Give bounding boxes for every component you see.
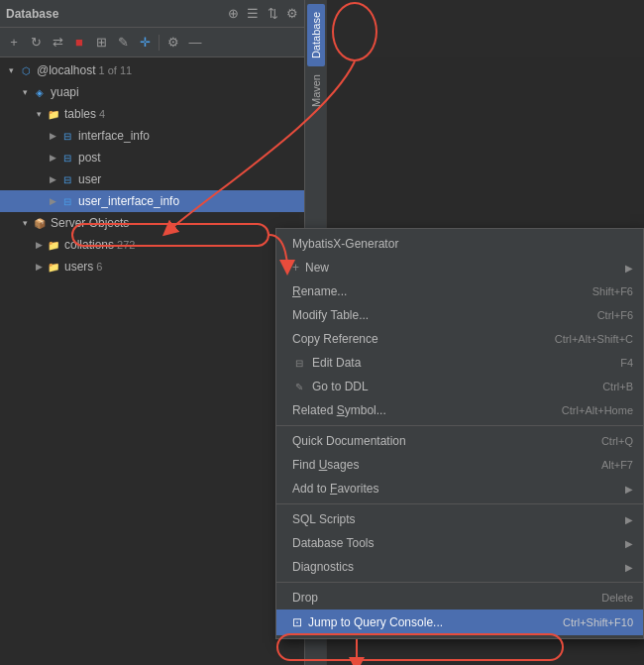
menu-item-diagnostics[interactable]: Diagnostics ▶	[276, 555, 643, 579]
user-label: user	[78, 172, 101, 186]
menu-label-favs: Add to Favorites	[292, 482, 378, 496]
menu-item-sql-scripts[interactable]: SQL Scripts ▶	[276, 507, 643, 531]
menu-label-diag: Diagnostics	[292, 560, 354, 574]
layout-toolbar-icon[interactable]: ⊞	[91, 33, 111, 53]
menu-label-rename: Rename...	[292, 284, 347, 298]
tree-item-user[interactable]: ▶ ⊟ user	[0, 168, 326, 190]
collations-label: collations	[64, 238, 114, 252]
arrow-collations: ▶	[32, 238, 46, 252]
localhost-label: @localhost	[37, 63, 96, 77]
table-icon-user: ⊟	[59, 171, 75, 187]
arrow-interface-info: ▶	[46, 129, 59, 143]
context-menu: MybatisX-Generator + New ▶ Rename... Shi…	[275, 228, 644, 639]
menu-label-modify: Modify Table...	[292, 308, 369, 322]
menu-sep-1	[276, 425, 643, 426]
oval-database-tab	[332, 2, 377, 61]
tab-database[interactable]: Database	[307, 4, 325, 66]
edit-data-shortcut: F4	[620, 357, 633, 369]
table-icon-interface: ⊟	[59, 128, 75, 144]
menu-label-mybatisx: MybatisX-Generator	[292, 237, 398, 251]
jump-toolbar-icon[interactable]: ✛	[135, 33, 155, 53]
menu-item-new[interactable]: + New ▶	[276, 256, 643, 279]
users-db-label: users	[64, 260, 93, 274]
settings-header-icon[interactable]: ⚙	[284, 6, 300, 22]
tree-item-user-interface-info[interactable]: ▶ ⊟ user_interface_info	[0, 190, 326, 212]
related-shortcut: Ctrl+Alt+Home	[562, 404, 633, 416]
tree-item-post[interactable]: ▶ ⊟ post	[0, 147, 326, 168]
menu-label-new: New	[305, 261, 329, 275]
menu-item-mybatisx-left: MybatisX-Generator	[292, 237, 398, 251]
menu-item-modify-table[interactable]: Modify Table... Ctrl+F6	[276, 303, 643, 327]
globe-icon[interactable]: ⊕	[225, 6, 241, 22]
modify-shortcut: Ctrl+F6	[597, 309, 633, 321]
diag-arrow-icon: ▶	[625, 562, 633, 573]
menu-item-edit-left: ⊟ Edit Data	[292, 356, 361, 370]
menu-item-dbtools-left: Database Tools	[292, 536, 375, 550]
menu-item-jump-console[interactable]: ⊡ Jump to Query Console... Ctrl+Shift+F1…	[276, 610, 643, 635]
menu-label-copy-reference: Copy Reference	[292, 332, 378, 346]
tree-item-tables[interactable]: ▾ 📁 tables 4	[0, 103, 326, 125]
menu-item-copy-reference[interactable]: Copy Reference Ctrl+Alt+Shift+C	[276, 327, 643, 351]
menu-item-go-to-ddl[interactable]: ✎ Go to DDL Ctrl+B	[276, 375, 643, 398]
drop-shortcut: Delete	[601, 592, 633, 604]
tree-item-yuapi[interactable]: ▾ ◈ yuapi	[0, 81, 326, 103]
quickdoc-shortcut: Ctrl+Q	[601, 435, 633, 447]
collations-count: 272	[117, 239, 135, 251]
menu-label-console: Jump to Query Console...	[308, 615, 443, 629]
sql-arrow-icon: ▶	[625, 514, 633, 525]
tree-item-interface-info[interactable]: ▶ ⊟ interface_info	[0, 125, 326, 147]
table-icon-post: ⊟	[59, 150, 75, 166]
copy-reference-shortcut: Ctrl+Alt+Shift+C	[555, 333, 633, 345]
menu-item-related-left: Related Symbol...	[292, 403, 386, 417]
panel-title: Database	[6, 7, 58, 21]
sync-toolbar-icon[interactable]: ⇄	[48, 33, 67, 53]
interface-info-label: interface_info	[78, 129, 150, 143]
menu-item-add-favorites[interactable]: Add to Favorites ▶	[276, 477, 643, 500]
menu-label-quickdoc: Quick Documentation	[292, 434, 406, 448]
arrow-post: ▶	[46, 151, 59, 165]
menu-item-related-symbol[interactable]: Related Symbol... Ctrl+Alt+Home	[276, 398, 643, 422]
localhost-count: 1 of 11	[99, 64, 133, 76]
arrow-user: ▶	[46, 172, 59, 186]
menu-item-edit-data[interactable]: ⊟ Edit Data F4	[276, 351, 643, 375]
server-objects-label: Server Objects	[51, 216, 129, 230]
refresh-toolbar-icon[interactable]: ↻	[26, 33, 46, 53]
console-shortcut: Ctrl+Shift+F10	[563, 616, 633, 628]
menu-label-dbtools: Database Tools	[292, 536, 375, 550]
menu-label-sql: SQL Scripts	[292, 512, 356, 526]
stop-toolbar-icon[interactable]: ■	[69, 33, 89, 53]
arrow-server-objects: ▾	[18, 216, 32, 230]
tree-item-localhost[interactable]: ▾ ⬡ @localhost 1 of 11	[0, 59, 326, 81]
menu-item-find-usages[interactable]: Find Usages Alt+F7	[276, 453, 643, 477]
post-label: post	[78, 151, 101, 165]
add-toolbar-icon[interactable]: +	[4, 33, 24, 53]
expand-icon[interactable]: ⇅	[265, 6, 280, 22]
menu-item-drop[interactable]: Drop Delete	[276, 586, 643, 610]
edit-data-icon: ⊟	[292, 356, 306, 370]
edit-toolbar-icon[interactable]: ✎	[113, 33, 133, 53]
menu-item-drop-left: Drop	[292, 591, 318, 605]
menu-item-quick-docs[interactable]: Quick Documentation Ctrl+Q	[276, 429, 643, 453]
users-db-icon: 📁	[46, 259, 61, 275]
list-icon[interactable]: ☰	[245, 6, 261, 22]
menu-label-related: Related Symbol...	[292, 403, 386, 417]
menu-item-db-tools[interactable]: Database Tools ▶	[276, 531, 643, 555]
server-icon: ⬡	[18, 62, 34, 78]
menu-item-quickdoc-left: Quick Documentation	[292, 434, 406, 448]
tables-folder-icon: 📁	[46, 106, 61, 122]
yuapi-label: yuapi	[51, 85, 79, 99]
minimize-toolbar-icon[interactable]: —	[185, 33, 205, 53]
tables-label: tables	[64, 107, 96, 121]
favs-arrow-icon: ▶	[625, 484, 633, 495]
settings-toolbar-icon[interactable]: ⚙	[163, 33, 183, 53]
menu-label-find: Find Usages	[292, 458, 359, 472]
menu-label-edit-data: Edit Data	[312, 356, 361, 370]
new-arrow-icon: ▶	[625, 263, 633, 274]
menu-item-find-left: Find Usages	[292, 458, 359, 472]
menu-sep-3	[276, 582, 643, 583]
menu-bottom-left: ⊡ Jump to Query Console...	[292, 615, 443, 629]
menu-item-rename[interactable]: Rename... Shift+F6	[276, 279, 643, 303]
arrow-users-db: ▶	[32, 260, 46, 274]
tab-maven[interactable]: Maven	[307, 66, 325, 115]
menu-item-mybatisx[interactable]: MybatisX-Generator	[276, 232, 643, 256]
